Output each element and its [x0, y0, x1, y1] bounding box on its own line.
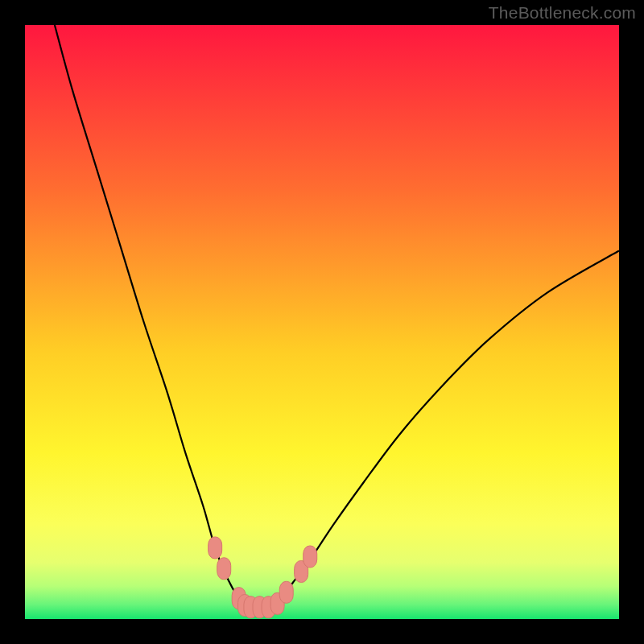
data-marker — [279, 581, 293, 603]
data-marker — [303, 546, 317, 568]
data-marker — [208, 537, 222, 559]
gradient-background — [25, 25, 619, 619]
data-marker — [217, 558, 231, 580]
bottleneck-chart — [25, 25, 619, 619]
plot-area — [25, 25, 619, 619]
chart-frame: TheBottleneck.com — [0, 0, 644, 644]
watermark-text: TheBottleneck.com — [489, 3, 636, 23]
